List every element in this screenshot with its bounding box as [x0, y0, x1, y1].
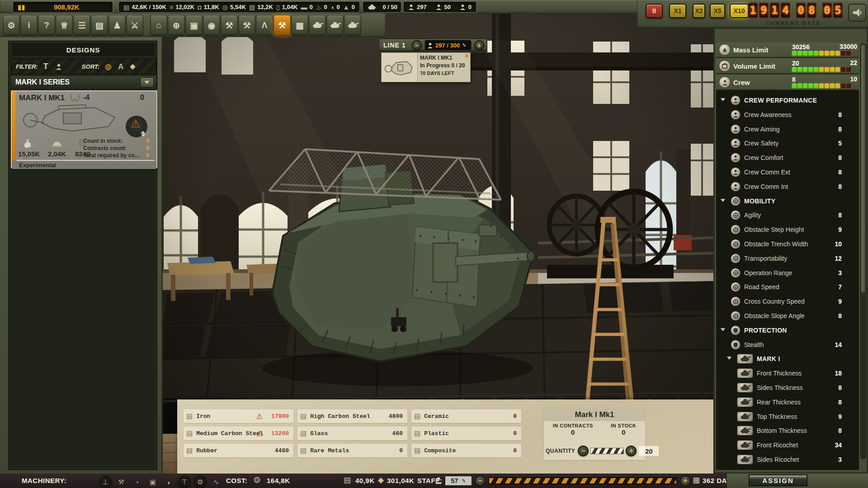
- stats-section-header[interactable]: MOBILITY: [716, 195, 859, 208]
- stats-section-header[interactable]: CREW PERFORMANCE: [716, 94, 859, 108]
- research-button[interactable]: ◉: [203, 15, 220, 36]
- factory-button[interactable]: ⌂: [150, 15, 167, 36]
- design-bureau-button[interactable]: Λ: [256, 15, 273, 36]
- remove-worker-button[interactable]: −: [412, 40, 422, 50]
- close-icon[interactable]: ×: [465, 52, 469, 60]
- led-segment: [792, 67, 797, 72]
- collapse-triangle-icon[interactable]: [721, 98, 726, 101]
- furnace-machine-icon[interactable]: ▣: [146, 475, 160, 488]
- gunpowder-icon: ♨: [316, 4, 322, 10]
- staff-minus-button[interactable]: −: [475, 475, 486, 486]
- stat-label: Crew Comm Ext: [744, 169, 790, 176]
- production-press-button[interactable]: ▦: [291, 15, 308, 36]
- stat-value: 3: [838, 269, 842, 277]
- quantity-minus-button[interactable]: −: [578, 446, 589, 456]
- casting-machine-icon[interactable]: ◖: [162, 475, 175, 488]
- speed-x2-button[interactable]: X2: [693, 4, 705, 18]
- crew-icon: [731, 110, 741, 120]
- battles-button[interactable]: ⚔: [126, 15, 143, 36]
- grinder-machine-icon[interactable]: ◔: [130, 475, 144, 488]
- reports-button[interactable]: ▤: [91, 15, 108, 36]
- tank-testing-icon: [346, 21, 359, 29]
- filter-crew-icon[interactable]: [56, 63, 62, 70]
- date-display: 19140805: [748, 3, 843, 18]
- announcements-button[interactable]: [848, 4, 866, 22]
- stats-section-header[interactable]: MARK I: [716, 352, 859, 366]
- fuel-icon: ◘: [198, 4, 201, 10]
- sort-cost-icon[interactable]: ◆: [130, 63, 135, 70]
- staff-edit-icon[interactable]: ✎: [462, 478, 466, 484]
- quantity-slider[interactable]: [590, 448, 624, 454]
- speed-x1-button[interactable]: X1: [669, 4, 686, 18]
- material-value: 17980: [271, 413, 289, 420]
- newspaper-button[interactable]: ☰: [73, 15, 90, 36]
- speed-ii-button[interactable]: II: [646, 4, 663, 18]
- led-segment: [825, 84, 829, 88]
- tank-testing-button[interactable]: [344, 15, 361, 36]
- date-digit: 0: [822, 3, 832, 18]
- edit-icon[interactable]: ✎: [462, 42, 466, 48]
- tank-park-button[interactable]: [309, 15, 326, 36]
- speed-x10-button[interactable]: X10: [730, 4, 749, 18]
- design-card[interactable]: MARK I MK1 -4 0 ⚠ 9: [11, 90, 157, 168]
- staff-box: 297500: [403, 1, 476, 13]
- collapse-triangle-icon[interactable]: [727, 357, 732, 360]
- collapse-triangle-icon[interactable]: [721, 328, 726, 331]
- insignia-icon: ▲: [343, 4, 349, 10]
- series-header[interactable]: MARK I SERIES: [11, 76, 156, 89]
- section-title: MARK I: [757, 355, 780, 362]
- stat-label: Obstacle Slope Angle: [744, 312, 805, 319]
- filter-type-icon[interactable]: T: [43, 62, 48, 70]
- contracts-button[interactable]: ▣: [185, 15, 203, 36]
- belt-machine-icon[interactable]: ∿: [209, 475, 223, 488]
- settings-button[interactable]: ⚙: [3, 15, 20, 36]
- line-title: LINE 1: [383, 42, 406, 49]
- staff-input[interactable]: 57 ✎: [445, 476, 472, 486]
- production-item-card[interactable]: MARK I MK1 In Progress 0 / 20 70 DAYS LE…: [381, 52, 471, 82]
- repair-button[interactable]: ⚒: [238, 15, 255, 36]
- worker-icon: [427, 42, 433, 48]
- quantity-plus-button[interactable]: +: [626, 446, 637, 456]
- stats-section-header[interactable]: PROTECTION: [716, 324, 859, 338]
- workshop-button[interactable]: ⚒: [221, 15, 238, 36]
- anvil-machine-icon[interactable]: ⚒: [114, 475, 128, 488]
- add-worker-button[interactable]: +: [474, 40, 484, 50]
- stats-row: Crew Awareness8: [716, 108, 859, 122]
- gauge-volume-limit: Volume Limit2022: [716, 59, 859, 74]
- bottom-bar: MACHINERY: ⊥⚒◔▣◖⊤⚙∿ COST: ⚙ 164,8K ▤ 40,…: [0, 474, 727, 488]
- drill-press-machine-icon[interactable]: ⊥: [99, 475, 112, 488]
- cost-money-icon: ◆: [378, 476, 384, 484]
- achievements-button[interactable]: ♕: [56, 15, 73, 36]
- assign-button[interactable]: ASSIGN: [749, 474, 807, 486]
- collapse-triangle-icon[interactable]: [721, 199, 726, 202]
- sort-weight-icon[interactable]: ◍: [105, 63, 112, 70]
- engineers-icon: [408, 4, 414, 10]
- help-button[interactable]: ?: [38, 15, 55, 36]
- staff-plus-button[interactable]: +: [680, 475, 691, 486]
- in-stock-value: 0: [611, 428, 636, 436]
- glass-icon: ▤: [300, 429, 307, 437]
- intelligence-button[interactable]: ♟: [108, 15, 126, 36]
- world-map-button[interactable]: ⊕: [168, 15, 185, 36]
- scrollbar-track[interactable]: [860, 43, 866, 459]
- gauge-current: 20: [792, 60, 799, 67]
- filter-sort-bar: FILTER: T SORT: ◍ A ◆: [11, 59, 156, 74]
- info-button[interactable]: i: [20, 15, 38, 36]
- cost-gear-icon: ⚙: [253, 476, 261, 484]
- saw-machine-icon[interactable]: ⚙: [193, 475, 207, 488]
- stat-label: Rear Thickness: [757, 399, 801, 406]
- money-box: ▮▮ 908,92K: [13, 1, 113, 13]
- series-collapse-button[interactable]: [140, 77, 154, 87]
- bolt-machine-icon[interactable]: ⊤: [178, 475, 191, 488]
- speed-x5-button[interactable]: X5: [710, 4, 725, 18]
- staff-progress-bar[interactable]: [488, 477, 677, 484]
- crew-icon: [731, 124, 741, 134]
- reports-icon: ▤: [95, 20, 104, 31]
- in-contracts-label: IN CONTRACTS: [553, 423, 593, 428]
- scrollbar-thumb[interactable]: [861, 45, 865, 292]
- stat-value: 9: [838, 226, 842, 233]
- construction-button[interactable]: ⚒: [274, 15, 291, 36]
- sort-alpha-icon[interactable]: A: [118, 63, 123, 70]
- tank-armor-button[interactable]: [326, 15, 344, 36]
- resource-item: ▲0: [343, 4, 355, 10]
